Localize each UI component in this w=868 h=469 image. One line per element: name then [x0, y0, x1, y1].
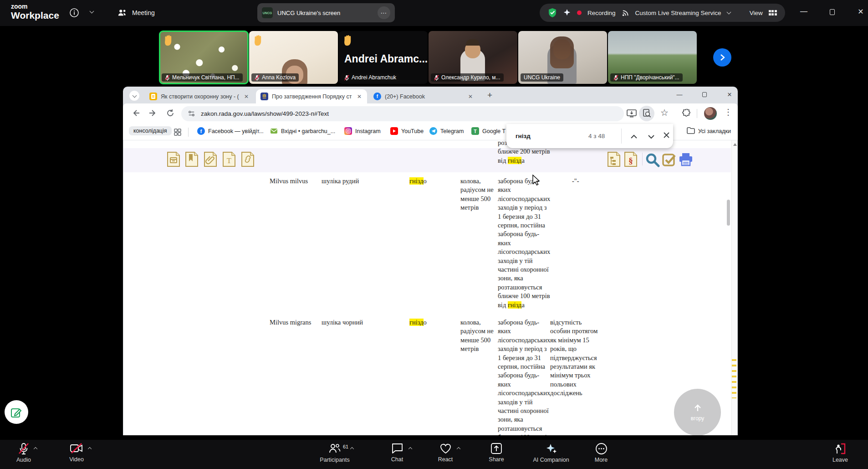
video-button[interactable]: Video: [49, 443, 104, 463]
participants-chevron-icon[interactable]: [350, 447, 354, 451]
more-button[interactable]: More: [574, 443, 628, 463]
browser-tab-docs[interactable]: Як створити охоронну зону - ( ✕: [145, 89, 254, 103]
back-icon[interactable]: [131, 108, 140, 119]
browser-minimize-button[interactable]: —: [674, 91, 685, 98]
recording-label: Recording: [587, 10, 616, 16]
share-button[interactable]: Share: [469, 443, 524, 463]
doc-text-icon[interactable]: T: [223, 152, 235, 167]
partial-line: ближче 200 метрів: [498, 147, 551, 156]
page-checkbox-icon[interactable]: [662, 153, 675, 168]
back-to-top-button[interactable]: вгору: [674, 389, 721, 435]
security-shield-icon[interactable]: [548, 8, 557, 18]
page-search-icon[interactable]: [645, 153, 658, 168]
profile-avatar[interactable]: [704, 107, 717, 120]
participant-tile-kurylo[interactable]: Олександр Курило, м...: [429, 31, 517, 84]
browser-tab-facebook[interactable]: f (20+) Facebook ✕: [369, 89, 478, 103]
participant-tile-abramchuk[interactable]: Andrei Abramc... Andrei Abramchuk: [339, 31, 428, 84]
doc-paragraph-icon[interactable]: §: [624, 152, 637, 167]
participant-tile-uncg[interactable]: UNCG Ukraine: [518, 31, 607, 84]
screen: zoom Workplace Meeting UNCG UNCG Ukraine…: [0, 0, 868, 469]
video-label: Video: [69, 456, 84, 463]
ai-sparkle-icon[interactable]: [563, 9, 571, 17]
video-options-chevron-icon[interactable]: [88, 447, 92, 451]
browser-tab-zakon[interactable]: Про затвердження Порядку ст ✕: [256, 89, 367, 103]
bookmark-telegram[interactable]: Telegram: [429, 127, 464, 135]
annotate-button[interactable]: [5, 400, 28, 424]
google-translate-icon: T: [471, 127, 479, 135]
tab-close-icon[interactable]: ✕: [243, 93, 250, 100]
audio-button[interactable]: Audio: [0, 443, 51, 463]
participant-tile-melnychuk[interactable]: Мельничук Світлана, НП...: [159, 31, 248, 84]
forward-icon[interactable]: [148, 108, 158, 119]
bookmark-star-icon[interactable]: ☆: [660, 107, 669, 118]
streaming-service-label[interactable]: Custom Live Streaming Service: [635, 10, 721, 16]
bookmark-mail[interactable]: Вхідні • garbarchu_...: [270, 127, 335, 135]
scrollbar-up-icon[interactable]: [733, 143, 737, 146]
folder-icon: [687, 127, 695, 135]
browser-restore-button[interactable]: [699, 92, 710, 98]
window-minimize-button[interactable]: —: [797, 7, 811, 15]
find-bar[interactable]: гнізд 4 з 48: [506, 124, 673, 148]
window-restore-button[interactable]: [825, 9, 839, 17]
info-icon[interactable]: [69, 8, 79, 20]
install-icon[interactable]: [627, 109, 637, 120]
participant-name-badge: Anna Kozlova: [251, 73, 299, 82]
doc-bookmark-icon[interactable]: [185, 152, 198, 167]
find-previous-icon[interactable]: [630, 133, 638, 141]
ai-companion-button[interactable]: AI Companion: [524, 443, 578, 463]
leave-button[interactable]: Leave: [813, 443, 868, 463]
find-query-input[interactable]: гнізд: [516, 133, 531, 139]
react-button[interactable]: React: [418, 443, 473, 463]
bookmark-facebook[interactable]: f Facebook — увійдіт...: [197, 127, 264, 135]
tab-close-icon[interactable]: ✕: [356, 93, 363, 100]
bookmark-google-translate[interactable]: T Google T: [471, 127, 505, 135]
doc-link-icon[interactable]: [241, 152, 254, 167]
find-next-icon[interactable]: [648, 133, 655, 141]
inner-scrollbar-thumb[interactable]: [727, 200, 730, 226]
extensions-icon[interactable]: [682, 109, 691, 120]
url-text[interactable]: zakon.rada.gov.ua/laws/show/499-2023-п#T…: [201, 110, 329, 117]
cell-restrictions: заборона будь-яких лісогосподарських зах…: [498, 177, 551, 309]
window-close-button[interactable]: ✕: [854, 7, 868, 16]
address-bar[interactable]: zakon.rada.gov.ua/laws/show/499-2023-п#T…: [181, 106, 624, 121]
tab-shared-screen[interactable]: UNCG UNCG Ukraine's screen ⋯: [257, 3, 395, 22]
audio-options-chevron-icon[interactable]: [34, 447, 37, 451]
react-options-chevron-icon[interactable]: [457, 447, 460, 451]
next-participants-button[interactable]: [713, 48, 731, 67]
tab-close-icon[interactable]: ✕: [467, 93, 474, 100]
streaming-chevron-icon[interactable]: [726, 10, 731, 15]
tab-meeting[interactable]: Meeting: [117, 8, 155, 17]
document-page: T § розташовується ближче 200 метрів від…: [123, 140, 737, 435]
site-info-icon[interactable]: [188, 110, 195, 118]
tab-options-icon[interactable]: ⋯: [378, 6, 390, 19]
find-in-page-icon[interactable]: [643, 109, 651, 120]
doc-structure-icon[interactable]: [608, 152, 620, 167]
find-close-icon[interactable]: [663, 132, 670, 140]
apps-grid-icon[interactable]: [174, 129, 181, 136]
participant-tile-dvorichanskyi[interactable]: НПП "Дворічанський"...: [608, 31, 697, 84]
view-label[interactable]: View: [750, 10, 763, 16]
chat-options-chevron-icon[interactable]: [408, 447, 412, 451]
tab-search-icon[interactable]: [129, 91, 139, 101]
bookmark-label: консолідація: [133, 128, 167, 134]
chevron-down-icon[interactable]: [90, 9, 94, 14]
doc-card-icon[interactable]: [167, 152, 180, 167]
google-docs-favicon: [149, 93, 157, 100]
browser-menu-icon[interactable]: ⋮: [724, 107, 732, 117]
reload-icon[interactable]: [166, 108, 175, 119]
page-print-icon[interactable]: [679, 153, 691, 168]
all-bookmarks-button[interactable]: Усі закладки: [687, 127, 731, 135]
participant-tile-kozlova[interactable]: Anna Kozlova: [249, 31, 338, 84]
zoom-bottom-toolbar: Audio Video 61 Participants Chat React S…: [0, 440, 868, 469]
participant-name-badge: Олександр Курило, м...: [431, 73, 504, 82]
view-grid-icon[interactable]: [769, 10, 777, 15]
chat-button[interactable]: Chat: [370, 443, 424, 463]
doc-attachment-icon[interactable]: [204, 152, 217, 167]
bookmark-consolidation[interactable]: консолідація: [129, 126, 172, 135]
browser-close-button[interactable]: ✕: [724, 91, 735, 98]
bookmark-youtube[interactable]: YouTube: [390, 127, 424, 135]
participants-button[interactable]: 61 Participants: [307, 443, 362, 463]
bookmark-instagram[interactable]: Instagram: [344, 127, 381, 135]
new-tab-button[interactable]: +: [487, 90, 492, 100]
participant-name-badge: UNCG Ukraine: [521, 73, 563, 82]
